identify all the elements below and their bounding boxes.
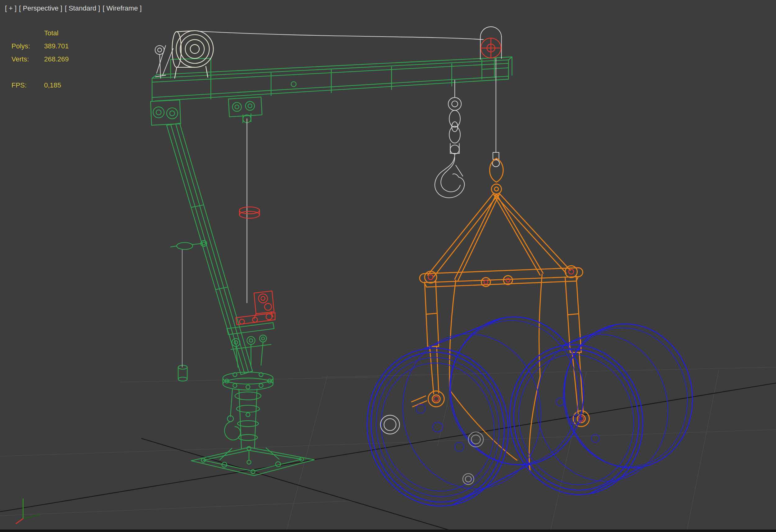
boom-tip-pulley-red[interactable]: [481, 38, 501, 58]
viewport-menu-general[interactable]: [ + ]: [5, 4, 16, 12]
chain-hook-assembly[interactable]: [435, 80, 464, 198]
stats-verts-row: Verts: 268.269: [11, 53, 69, 66]
viewport-bottom-edge: [0, 530, 776, 532]
axis-y-line: [23, 515, 40, 519]
floor-grid: [0, 367, 776, 532]
home-grid-axis-line: [0, 383, 776, 512]
clamp-arms[interactable]: [412, 274, 583, 471]
stats-verts-value: 268.269: [44, 55, 69, 63]
stats-fps-row: FPS: 0,185: [11, 79, 69, 92]
clamp-top-shackle[interactable]: [490, 158, 503, 182]
crane-hook[interactable]: [435, 154, 464, 198]
crane-wireframe[interactable]: [151, 57, 512, 476]
clamp-hub-left[interactable]: [428, 391, 444, 407]
viewport-menu-render-preset[interactable]: [ Standard ]: [65, 4, 100, 12]
crane-mast-collar[interactable]: [171, 240, 207, 249]
stats-fps-value: 0,185: [44, 81, 61, 90]
crane-stowed-hook[interactable]: [224, 389, 240, 440]
barrels-blue[interactable]: [355, 307, 704, 517]
stats-verts-label: Verts:: [11, 55, 44, 63]
clamp-spreader-bar[interactable]: [420, 266, 583, 287]
winch-marker-dot: [182, 69, 186, 73]
hoist-cable-top: [198, 31, 483, 39]
viewport-menu-pov[interactable]: [ Perspective ]: [19, 4, 62, 12]
stats-polys-label: Polys:: [11, 42, 44, 50]
stats-header-row: Total: [11, 27, 69, 40]
crane-support-rod[interactable]: [178, 365, 187, 381]
clamp-hanger-plates[interactable]: [425, 276, 581, 353]
crane-base-column[interactable]: [223, 372, 273, 449]
crane-base-plate[interactable]: [191, 446, 314, 476]
winch-drum[interactable]: [172, 31, 214, 78]
viewport-label: [ + ] [ Perspective ] [ Standard ] [ Wir…: [5, 4, 142, 12]
clamp-spread-bars[interactable]: [428, 193, 570, 281]
statistics-overlay: Total Polys: 389.701 Verts: 268.269 FPS:…: [11, 27, 69, 92]
selected-parts-red[interactable]: [236, 38, 501, 325]
misc-gray-parts[interactable]: [381, 415, 483, 485]
home-grid-axis-line: [142, 438, 456, 532]
stats-total-header: Total: [44, 29, 58, 37]
barrel-left[interactable]: [355, 307, 595, 517]
stats-polys-row: Polys: 389.701: [11, 40, 69, 53]
crane-pivot-bracket[interactable]: [151, 100, 181, 125]
axis-x-line: [16, 519, 23, 524]
axis-z-label: Z: [20, 490, 24, 498]
rigging-white[interactable]: [155, 27, 502, 367]
axis-y-label: Y: [42, 511, 46, 518]
barrel-right[interactable]: [498, 314, 704, 505]
stats-fps-label: FPS:: [11, 81, 44, 90]
red-cylinder-part[interactable]: [239, 207, 259, 218]
crane-slew-assembly[interactable]: [227, 323, 274, 367]
viewport-menu-shading[interactable]: [ Wireframe ]: [103, 4, 142, 12]
stats-spacer: [11, 66, 69, 79]
barrel-clamp-orange[interactable]: [412, 158, 589, 471]
axis-gizmo: Z Y x: [8, 490, 46, 531]
red-bracket-assembly[interactable]: [236, 291, 275, 325]
viewport-3d[interactable]: Z Y x [ + ] [ Perspective ] [ Standard ]…: [0, 0, 776, 532]
scene-canvas[interactable]: Z Y x: [0, 0, 776, 532]
crane-sheave-bracket[interactable]: [228, 97, 262, 123]
stats-polys-value: 389.701: [44, 42, 69, 50]
